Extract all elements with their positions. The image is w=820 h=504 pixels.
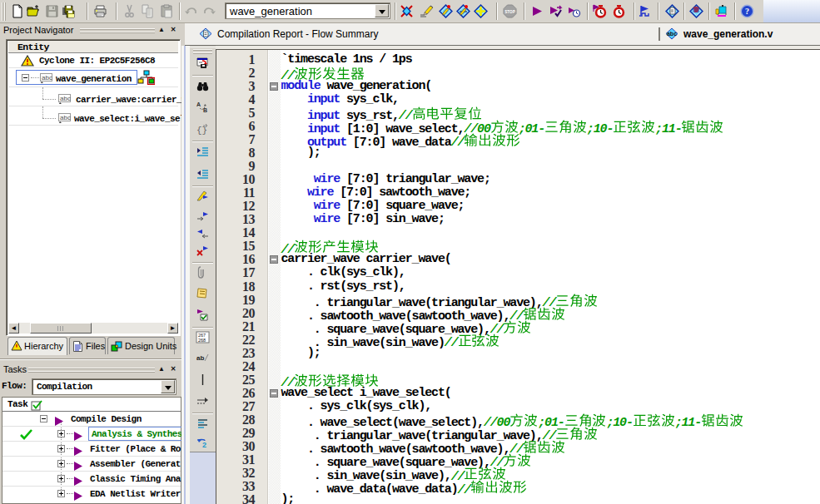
svg-text:B: B: [203, 107, 207, 113]
svg-text:abc: abc: [42, 74, 52, 82]
svg-text:2: 2: [202, 441, 206, 449]
svg-text:abc: abc: [667, 31, 677, 37]
svg-text:STOP: STOP: [504, 10, 514, 14]
svg-text:abc: abc: [60, 114, 71, 121]
svg-text:ab: ab: [196, 354, 204, 362]
svg-text:268: 268: [198, 338, 206, 343]
svg-text:?: ?: [745, 7, 749, 16]
svg-text:abc: abc: [60, 95, 71, 102]
svg-text:A: A: [196, 101, 201, 107]
